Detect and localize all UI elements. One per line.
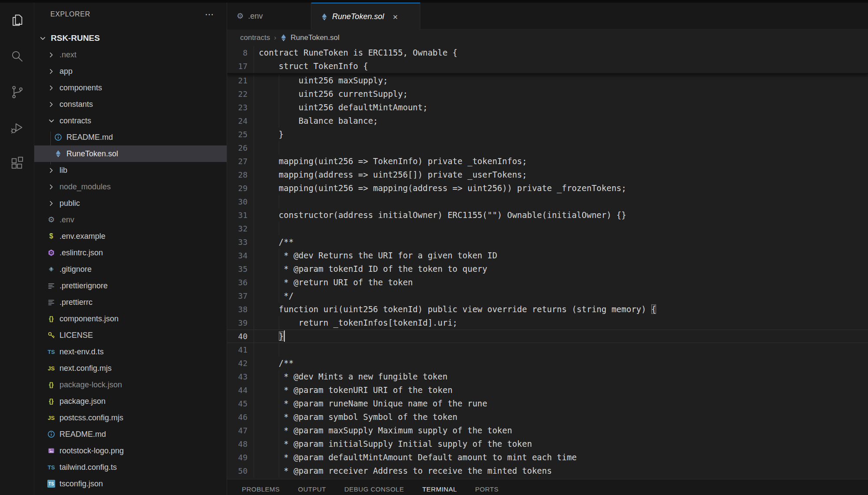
code-line-34[interactable]: 34 * @dev Returns the URI for a given to… [227, 249, 868, 262]
line-number[interactable]: 40 [227, 330, 248, 343]
line-number[interactable]: 37 [227, 289, 248, 303]
activity-explorer[interactable] [0, 3, 34, 38]
tree-item--next[interactable]: .next [34, 46, 227, 63]
line-number[interactable]: 21 [227, 74, 248, 87]
line-number[interactable]: 42 [227, 356, 248, 370]
panel-tab-problems[interactable]: PROBLEMS [242, 485, 280, 493]
code-line-32[interactable]: 32 [227, 222, 868, 235]
line-number[interactable]: 23 [227, 101, 248, 114]
code-line-46[interactable]: 46 * @param symbol Symbol of the token [227, 410, 868, 424]
code-line-45[interactable]: 45 * @param runeName Unique name of the … [227, 397, 868, 410]
activity-run-debug[interactable] [0, 109, 34, 145]
tree-item-components-json[interactable]: {}components.json [34, 310, 227, 327]
tree-item-constants[interactable]: constants [34, 96, 227, 112]
code-line-36[interactable]: 36 * @return URI of the token [227, 276, 868, 289]
tree-item-tailwind-config-ts[interactable]: TStailwind.config.ts [34, 459, 227, 475]
line-number[interactable]: 26 [227, 141, 248, 155]
tree-item-package-lock-json[interactable]: {}package-lock.json [34, 376, 227, 393]
line-number[interactable]: 44 [227, 383, 248, 397]
code-line-42[interactable]: 42 /** [227, 356, 868, 370]
activity-search[interactable] [0, 38, 34, 74]
line-number[interactable]: 46 [227, 410, 248, 424]
code-line-35[interactable]: 35 * @param tokenId ID of the token to q… [227, 262, 868, 276]
sticky-line-8[interactable]: 8contract RuneToken is ERC1155, Ownable … [227, 46, 868, 59]
line-number[interactable]: 41 [227, 343, 248, 356]
line-number[interactable]: 32 [227, 222, 248, 235]
line-number[interactable]: 50 [227, 464, 248, 478]
code-line-48[interactable]: 48 * @param initialSupply Initial supply… [227, 437, 868, 451]
line-number[interactable]: 28 [227, 168, 248, 182]
tree-item--prettierignore[interactable]: .prettierignore [34, 277, 227, 294]
panel-tab-debug-console[interactable]: DEBUG CONSOLE [344, 485, 404, 493]
tab-env[interactable]: ⚙ .env [227, 3, 311, 30]
tree-item-rootstock-logo-png[interactable]: rootstock-logo.png [34, 442, 227, 459]
more-actions-icon[interactable]: ⋯ [205, 12, 215, 16]
tree-item-components[interactable]: components [34, 79, 227, 96]
line-number[interactable]: 31 [227, 208, 248, 222]
tree-item-lib[interactable]: lib [34, 162, 227, 178]
line-number[interactable]: 39 [227, 316, 248, 330]
tree-item-package-json[interactable]: {}package.json [34, 393, 227, 409]
line-number[interactable]: 29 [227, 182, 248, 195]
line-number[interactable]: 24 [227, 114, 248, 128]
line-number[interactable]: 43 [227, 370, 248, 383]
breadcrumb-folder[interactable]: contracts [240, 33, 270, 42]
tree-item-license[interactable]: LICENSE [34, 327, 227, 343]
activity-source-control[interactable] [0, 74, 34, 109]
close-icon[interactable]: × [392, 13, 399, 21]
line-number[interactable]: 30 [227, 195, 248, 208]
code-line-31[interactable]: 31 constructor(address initialOwner) ERC… [227, 208, 868, 222]
tree-item-tsconfig-json[interactable]: TStsconfig.json [34, 475, 227, 492]
code-line-37[interactable]: 37 */ [227, 289, 868, 303]
code-line-43[interactable]: 43 * @dev Mints a new fungible token [227, 370, 868, 383]
code-line-26[interactable]: 26 [227, 141, 868, 155]
tree-item-next-config-mjs[interactable]: JSnext.config.mjs [34, 360, 227, 376]
code-line-29[interactable]: 29 mapping(uint256 => mapping(address =>… [227, 182, 868, 195]
tree-item-app[interactable]: app [34, 63, 227, 79]
line-number[interactable]: 48 [227, 437, 248, 451]
code-line-25[interactable]: 25 } [227, 128, 868, 141]
tree-root-RSK-RUNES[interactable]: RSK-RUNES [34, 30, 227, 46]
code-editor[interactable]: 21 uint256 maxSupply;22 uint256 currentS… [227, 46, 868, 482]
code-line-44[interactable]: 44 * @param tokenURI URI of the token [227, 383, 868, 397]
code-line-47[interactable]: 47 * @param maxSupply Maximum supply of … [227, 424, 868, 437]
code-line-22[interactable]: 22 uint256 currentSupply; [227, 87, 868, 101]
tree-item-node-modules[interactable]: node_modules [34, 178, 227, 195]
panel-tab-terminal[interactable]: TERMINAL [422, 485, 457, 493]
line-number[interactable]: 25 [227, 128, 248, 141]
line-number[interactable]: 22 [227, 87, 248, 101]
line-number[interactable]: 47 [227, 424, 248, 437]
activity-extensions[interactable] [0, 145, 34, 181]
line-number[interactable]: 27 [227, 155, 248, 168]
code-line-23[interactable]: 23 uint256 defaultMintAmount; [227, 101, 868, 114]
code-line-28[interactable]: 28 mapping(address => uint256[]) private… [227, 168, 868, 182]
code-line-49[interactable]: 49 * @param defaultMintAmount Default am… [227, 451, 868, 464]
line-number[interactable]: 38 [227, 303, 248, 316]
tree-item-public[interactable]: public [34, 195, 227, 211]
code-line-38[interactable]: 38 function uri(uint256 tokenId) public … [227, 303, 868, 316]
tree-item--gitignore[interactable]: .gitignore [34, 261, 227, 277]
line-number[interactable]: 36 [227, 276, 248, 289]
sticky-line-17[interactable]: 17 struct TokenInfo { [227, 59, 868, 73]
tree-item--prettierrc[interactable]: .prettierrc [34, 294, 227, 310]
breadcrumb-file[interactable]: RuneToken.sol [290, 33, 339, 42]
tree-item-readme-md[interactable]: README.md [34, 426, 227, 442]
tree-item-postcss-config-mjs[interactable]: JSpostcss.config.mjs [34, 409, 227, 426]
code-line-41[interactable]: 41 [227, 343, 868, 356]
line-number[interactable]: 35 [227, 262, 248, 276]
tree-item--env[interactable]: ⚙.env [34, 211, 227, 228]
line-number[interactable]: 45 [227, 397, 248, 410]
code-line-40[interactable]: 40 } [227, 330, 868, 343]
code-line-33[interactable]: 33 /** [227, 235, 868, 249]
code-line-21[interactable]: 21 uint256 maxSupply; [227, 74, 868, 87]
tab-runetoken-sol[interactable]: RuneToken.sol × [311, 3, 420, 30]
tree-item-contracts[interactable]: contracts [34, 112, 227, 129]
code-line-30[interactable]: 30 [227, 195, 868, 208]
code-line-24[interactable]: 24 Balance balance; [227, 114, 868, 128]
code-line-50[interactable]: 50 * @param receiver Address to receive … [227, 464, 868, 478]
tree-item-readme-md[interactable]: README.md [34, 129, 227, 145]
tree-item--eslintrc-json[interactable]: .eslintrc.json [34, 244, 227, 261]
line-number[interactable]: 34 [227, 249, 248, 262]
panel-tab-output[interactable]: OUTPUT [298, 485, 326, 493]
line-number[interactable]: 33 [227, 235, 248, 249]
